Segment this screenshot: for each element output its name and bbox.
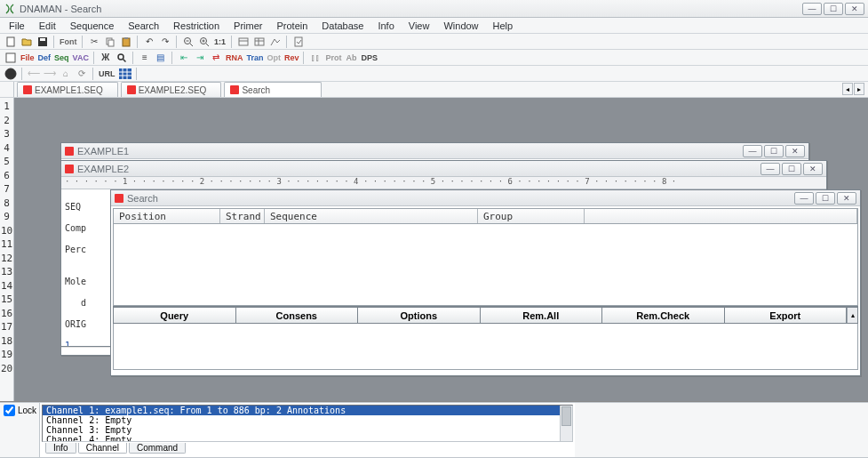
find-icon[interactable] [115, 51, 129, 64]
channel-row[interactable]: Channel 3: Empty [43, 425, 572, 435]
toolbar-btn-c[interactable] [268, 35, 283, 48]
svg-rect-10 [255, 38, 264, 45]
menu-restriction[interactable]: Restriction [166, 19, 227, 33]
copy-icon[interactable] [103, 35, 117, 48]
child-close-button[interactable]: ✕ [785, 145, 805, 157]
menu-protein[interactable]: Protein [269, 19, 315, 33]
vac-button[interactable]: VAC [72, 51, 90, 64]
align-icon[interactable]: ▤ [154, 51, 168, 64]
child-titlebar[interactable]: EXAMPLE2 — ☐ ✕ [61, 161, 826, 177]
col-strand[interactable]: Strand [220, 209, 265, 223]
tab-scroll-right[interactable]: ▸ [854, 83, 864, 95]
child-maximize-button[interactable]: ☐ [764, 145, 784, 157]
bottom-tab-channel[interactable]: Channel [78, 443, 127, 454]
menu-primer[interactable]: Primer [227, 19, 269, 33]
child-close-button[interactable]: ✕ [837, 192, 856, 205]
forward-icon[interactable]: ⟶ [43, 67, 57, 80]
channel-open-icon[interactable] [4, 51, 18, 64]
tab-scroll-left[interactable]: ◂ [842, 83, 853, 95]
menu-view[interactable]: View [402, 19, 437, 33]
mini-rna-button[interactable]: RNA [225, 51, 244, 64]
col-group[interactable]: Group [478, 209, 585, 223]
file-hq-button[interactable]: File [20, 51, 36, 64]
back-icon[interactable]: ⟵ [27, 67, 41, 80]
menu-sequence[interactable]: Sequence [63, 19, 122, 33]
menu-help[interactable]: Help [486, 19, 521, 33]
col-position[interactable]: Position [114, 209, 220, 223]
channel-scrollbar[interactable] [560, 406, 572, 441]
prot-disp-button[interactable]: Prot [324, 51, 342, 64]
remall-button[interactable]: Rem.All [481, 308, 603, 323]
menu-info[interactable]: Info [370, 19, 401, 33]
options-button[interactable]: Options [358, 308, 481, 323]
menu-search[interactable]: Search [121, 19, 166, 33]
child-minimize-button[interactable]: — [794, 192, 814, 205]
child-titlebar[interactable]: EXAMPLE1 — ☐ ✕ [61, 143, 808, 159]
child-maximize-button[interactable]: ☐ [816, 192, 835, 205]
seq-button[interactable]: Seq [53, 51, 70, 64]
search-output-area[interactable] [113, 324, 858, 370]
child-minimize-button[interactable]: — [743, 145, 762, 157]
def-seq-button[interactable]: Def [37, 51, 52, 64]
query-button[interactable]: Query [114, 308, 236, 323]
zoom-out-icon[interactable] [181, 35, 195, 48]
results-grid-body[interactable] [113, 224, 858, 306]
opt-button[interactable]: Opt [266, 51, 282, 64]
rev-tran-button[interactable]: Rev [283, 51, 300, 64]
save-icon[interactable] [36, 35, 50, 48]
doc-tab-search[interactable]: Search [224, 82, 322, 97]
dps-button[interactable]: DPS [360, 51, 378, 64]
bottom-tab-command[interactable]: Command [129, 443, 186, 454]
channel-row[interactable]: Channel 2: Empty [43, 415, 572, 425]
lock-panel: Lock [0, 403, 39, 457]
refresh-icon[interactable]: ⟳ [75, 67, 89, 80]
url-grid-button[interactable] [118, 67, 132, 80]
menu-database[interactable]: Database [315, 19, 370, 33]
toolbar-btn-a[interactable] [236, 35, 251, 48]
zoom-ratio-button[interactable]: 1:1 [213, 35, 227, 48]
lock-checkbox[interactable]: Lock [4, 405, 36, 416]
ab-button[interactable]: Ab [344, 51, 358, 64]
undo-icon[interactable]: ↶ [142, 35, 156, 48]
col-sequence[interactable]: Sequence [265, 209, 478, 223]
remcheck-button[interactable]: Rem.Check [602, 308, 725, 323]
channel-row[interactable]: Channel 1: example1.seq: From 1 to 886 b… [43, 406, 572, 415]
bottom-tab-info[interactable]: Info [45, 443, 76, 454]
list-icon[interactable]: ≡ [138, 51, 152, 64]
paste-icon[interactable] [119, 35, 133, 48]
channel-list[interactable]: Channel 1: example1.seq: From 1 to 886 b… [42, 405, 573, 442]
doc-tab-example2[interactable]: EXAMPLE2.SEQ [121, 82, 222, 97]
minimize-button[interactable]: — [802, 3, 822, 15]
go-left-icon[interactable]: ⇤ [177, 51, 191, 64]
menu-file[interactable]: File [2, 19, 32, 33]
child-maximize-button[interactable]: ☐ [782, 163, 801, 175]
seq-file-icon [65, 147, 74, 156]
cut-icon[interactable]: ✂ [87, 35, 101, 48]
child-titlebar[interactable]: Search — ☐ ✕ [111, 190, 860, 206]
tran-view-button[interactable]: Tran [245, 51, 264, 64]
zoom-in-icon[interactable] [197, 35, 211, 48]
child-close-button[interactable]: ✕ [803, 163, 823, 175]
scroll-up-icon[interactable]: ▴ [847, 308, 857, 323]
channel-row[interactable]: Channel 4: Empty [43, 435, 572, 442]
globe-icon[interactable] [4, 67, 18, 80]
export-button[interactable]: Export [725, 308, 848, 323]
home-icon[interactable]: ⌂ [59, 67, 73, 80]
font-button[interactable]: Font [59, 35, 78, 48]
toolbar-btn-d[interactable] [291, 35, 306, 48]
doc-tab-example1[interactable]: EXAMPLE1.SEQ [17, 82, 118, 97]
swap-icon[interactable]: ⇄ [209, 51, 223, 64]
consens-button[interactable]: Consens [236, 308, 359, 323]
close-button[interactable]: ✕ [845, 3, 864, 15]
bold-icon[interactable]: Ж [99, 51, 113, 64]
new-file-icon[interactable] [4, 35, 18, 48]
redo-icon[interactable]: ↷ [158, 35, 172, 48]
chart-icon[interactable]: ⫿⫿ [308, 51, 323, 64]
open-file-icon[interactable] [20, 35, 34, 48]
menu-window[interactable]: Window [436, 19, 485, 33]
maximize-button[interactable]: ☐ [824, 3, 843, 15]
child-minimize-button[interactable]: — [760, 163, 780, 175]
menu-edit[interactable]: Edit [32, 19, 63, 33]
go-right-icon[interactable]: ⇥ [193, 51, 207, 64]
toolbar-btn-b[interactable] [252, 35, 267, 48]
